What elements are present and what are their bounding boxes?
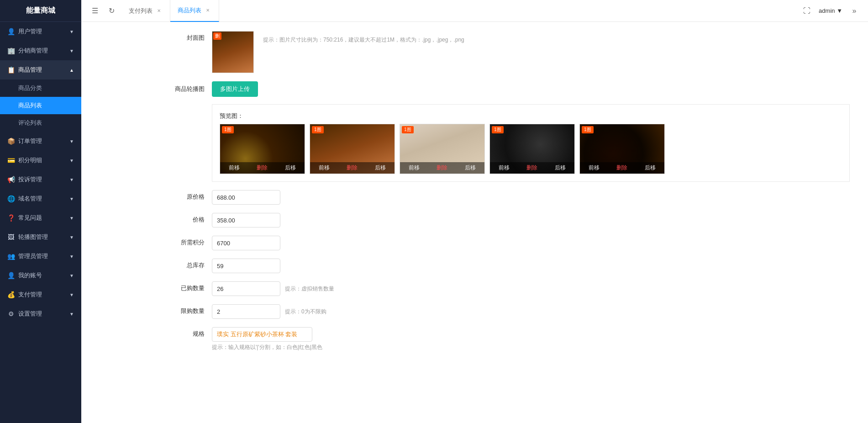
- cover-image-area: 删 提示：图片尺寸比例为：750:216，建议最大不超过1M，格式为：.jpg，…: [212, 31, 850, 73]
- spec-input[interactable]: [212, 327, 312, 342]
- prev-btn-1[interactable]: 前移: [229, 164, 240, 172]
- spec-label: 规格: [173, 327, 205, 338]
- original-price-label: 原价格: [173, 190, 205, 201]
- sidebar-label-domain-mgmt: 域名管理: [18, 195, 42, 203]
- sidebar: 能量商城 👤 用户管理 ▼ 🏢 分销商管理 ▼ 📋 商品管理 ▲ 商品分类 商品…: [0, 0, 81, 423]
- delete-btn-5[interactable]: 删除: [616, 164, 627, 172]
- next-btn-1[interactable]: 后移: [285, 164, 296, 172]
- sidebar-label-distributor-mgmt: 分销商管理: [18, 47, 48, 55]
- fullscreen-btn[interactable]: ⛶: [800, 5, 813, 17]
- total-stock-input[interactable]: [212, 259, 280, 273]
- img-overlay-1: 前移 删除 后移: [220, 162, 305, 174]
- carousel-row: 商品轮播图 多图片上传 预览图： 1图 前移 删除 后移: [173, 81, 850, 182]
- delete-btn-3[interactable]: 删除: [437, 164, 447, 172]
- collapse-btn[interactable]: ☰: [89, 5, 101, 17]
- preview-area: 预览图： 1图 前移 删除 后移: [212, 104, 850, 182]
- content-area: 封面图 删 提示：图片尺寸比例为：750:216，建议最大不超过1M，格式为：.…: [81, 22, 868, 423]
- faq-icon: ❓: [7, 214, 15, 222]
- sidebar-item-complaint-mgmt[interactable]: 📢 投诉管理 ▼: [0, 170, 81, 189]
- app-title: 能量商城: [26, 6, 55, 16]
- sidebar-item-order-mgmt[interactable]: 📦 订单管理 ▼: [0, 132, 81, 151]
- sidebar-item-faq[interactable]: ❓ 常见问题 ▼: [0, 208, 81, 227]
- banner-icon: 🖼: [7, 233, 15, 241]
- admin-icon: 👥: [7, 253, 15, 260]
- limit-content: 提示：0为不限购: [212, 304, 850, 319]
- preview-img-4: 1图 前移 删除 后移: [489, 124, 575, 174]
- refresh-btn[interactable]: ↻: [105, 5, 118, 17]
- prev-btn-3[interactable]: 前移: [409, 164, 420, 172]
- tab-label-product-list: 商品列表: [178, 6, 201, 15]
- tab-label-payment-list: 支付列表: [129, 7, 153, 15]
- sidebar-label-faq: 常见问题: [18, 214, 42, 222]
- sidebar-item-my-account[interactable]: 👤 我的账号 ▼: [0, 266, 81, 285]
- sidebar-item-product-list[interactable]: 商品列表: [0, 97, 81, 114]
- tab-close-payment-list[interactable]: ✕: [155, 7, 163, 15]
- arrow-icon: ▼: [69, 312, 74, 317]
- tab-payment-list[interactable]: 支付列表 ✕: [121, 0, 170, 22]
- sidebar-item-admin-mgmt[interactable]: 👥 管理员管理 ▼: [0, 247, 81, 266]
- cover-badge: 删: [213, 32, 221, 40]
- sidebar-item-distributor-mgmt[interactable]: 🏢 分销商管理 ▼: [0, 41, 81, 60]
- img-badge-1: 1图: [222, 126, 234, 133]
- settings-icon: ⚙: [7, 310, 15, 317]
- carousel-label: 商品轮播图: [173, 81, 205, 93]
- delete-btn-4[interactable]: 删除: [526, 164, 537, 172]
- next-btn-4[interactable]: 后移: [555, 164, 566, 172]
- next-btn-5[interactable]: 后移: [645, 164, 656, 172]
- upload-btn[interactable]: 多图片上传: [212, 81, 258, 97]
- tab-product-list[interactable]: 商品列表 ✕: [170, 0, 219, 22]
- img-overlay-4: 前移 删除 后移: [490, 162, 574, 174]
- prev-btn-4[interactable]: 前移: [499, 164, 510, 172]
- sidebar-label-settings-mgmt: 设置管理: [18, 310, 42, 318]
- complaint-icon: 📢: [7, 176, 15, 183]
- payment-icon: 💰: [7, 291, 15, 298]
- sidebar-item-settings-mgmt[interactable]: ⚙ 设置管理 ▼: [0, 304, 81, 323]
- sidebar-item-user-mgmt[interactable]: 👤 用户管理 ▼: [0, 22, 81, 41]
- sidebar-label-payment-mgmt: 支付管理: [18, 291, 42, 299]
- tabs-area: 支付列表 ✕ 商品列表 ✕: [121, 0, 797, 22]
- delete-btn-1[interactable]: 删除: [257, 164, 268, 172]
- sidebar-label-complaint-mgmt: 投诉管理: [18, 175, 42, 184]
- original-price-row: 原价格: [173, 190, 850, 205]
- sidebar-item-points-detail[interactable]: 💳 积分明细 ▼: [0, 151, 81, 170]
- img-overlay-3: 前移 删除 后移: [400, 162, 484, 174]
- points-input[interactable]: [212, 236, 280, 250]
- price-input[interactable]: [212, 213, 280, 227]
- cover-hint: 提示：图片尺寸比例为：750:216，建议最大不超过1M，格式为：.jpg，.j…: [263, 31, 464, 44]
- sidebar-item-domain-mgmt[interactable]: 🌐 域名管理 ▼: [0, 189, 81, 208]
- next-btn-3[interactable]: 后移: [465, 164, 476, 172]
- spec-content: 提示：输入规格以'|'分割，如：白色|红色|黑色: [212, 327, 850, 351]
- order-icon: 📦: [7, 137, 15, 145]
- prev-btn-5[interactable]: 前移: [589, 164, 600, 172]
- points-label: 所需积分: [173, 236, 205, 247]
- topbar: ☰ ↻ 支付列表 ✕ 商品列表 ✕ ⛶ admin ▼ »: [81, 0, 868, 22]
- sidebar-item-banner-mgmt[interactable]: 🖼 轮播图管理 ▼: [0, 227, 81, 247]
- purchased-row: 已购数量 提示：虚拟销售数量: [173, 281, 850, 296]
- cover-label: 封面图: [173, 31, 205, 42]
- cover-img-box[interactable]: 删: [212, 31, 254, 73]
- admin-dropdown[interactable]: admin ▼: [819, 7, 842, 14]
- delete-btn-2[interactable]: 删除: [347, 164, 358, 172]
- points-icon: 💳: [7, 157, 15, 164]
- preview-label: 预览图：: [220, 112, 842, 120]
- purchased-input[interactable]: [212, 281, 280, 296]
- sidebar-item-product-category[interactable]: 商品分类: [0, 79, 81, 97]
- tab-close-product-list[interactable]: ✕: [204, 7, 211, 14]
- original-price-input[interactable]: [212, 190, 280, 205]
- spec-hint: 提示：输入规格以'|'分割，如：白色|红色|黑色: [212, 344, 850, 351]
- arrow-icon: ▼: [69, 254, 74, 259]
- product-icon: 📋: [7, 66, 15, 74]
- prev-btn-2[interactable]: 前移: [319, 164, 330, 172]
- arrow-icon: ▲: [69, 68, 74, 73]
- arrow-icon: ▼: [69, 158, 74, 163]
- sidebar-item-product-mgmt[interactable]: 📋 商品管理 ▲: [0, 60, 81, 79]
- sidebar-label-product-list: 商品列表: [18, 102, 42, 109]
- arrow-icon: ▼: [69, 216, 74, 221]
- next-btn[interactable]: »: [848, 5, 861, 17]
- limit-input[interactable]: [212, 304, 280, 319]
- sidebar-item-review-list[interactable]: 评论列表: [0, 114, 81, 132]
- sidebar-item-payment-mgmt[interactable]: 💰 支付管理 ▼: [0, 285, 81, 304]
- price-label: 价格: [173, 213, 205, 224]
- img-overlay-5: 前移 删除 后移: [580, 162, 664, 174]
- next-btn-2[interactable]: 后移: [375, 164, 386, 172]
